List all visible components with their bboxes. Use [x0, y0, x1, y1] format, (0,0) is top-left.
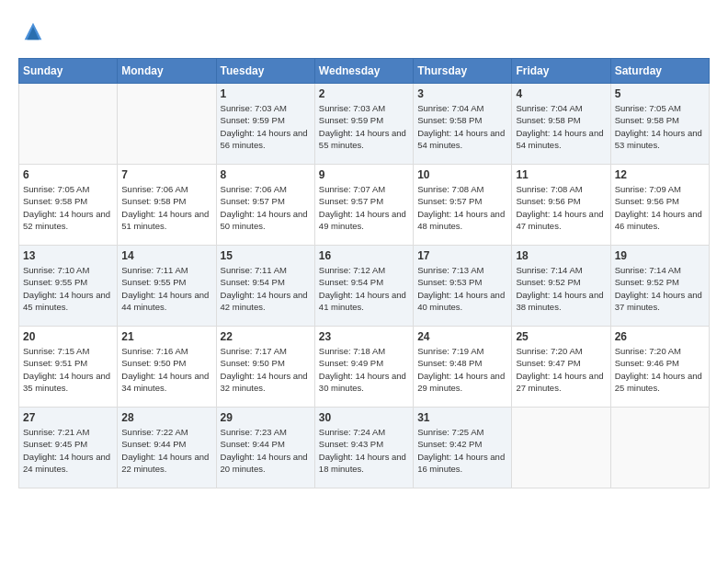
calendar-cell: 6Sunrise: 7:05 AMSunset: 9:58 PMDaylight…	[19, 165, 118, 246]
day-info: Sunrise: 7:06 AMSunset: 9:57 PMDaylight:…	[221, 183, 311, 232]
calendar-table: SundayMondayTuesdayWednesdayThursdayFrid…	[18, 58, 710, 488]
day-number: 31	[417, 411, 507, 424]
column-header-wednesday: Wednesday	[314, 59, 413, 84]
day-info: Sunrise: 7:12 AMSunset: 9:54 PMDaylight:…	[319, 264, 409, 313]
day-number: 8	[221, 168, 311, 181]
day-number: 13	[23, 249, 113, 262]
column-header-friday: Friday	[512, 59, 610, 84]
day-info: Sunrise: 7:05 AMSunset: 9:58 PMDaylight:…	[23, 183, 113, 232]
calendar-week-row: 27Sunrise: 7:21 AMSunset: 9:45 PMDayligh…	[19, 408, 710, 488]
calendar-cell: 21Sunrise: 7:16 AMSunset: 9:50 PMDayligh…	[118, 327, 216, 408]
day-info: Sunrise: 7:07 AMSunset: 9:57 PMDaylight:…	[319, 183, 409, 232]
day-info: Sunrise: 7:23 AMSunset: 9:44 PMDaylight:…	[221, 426, 311, 475]
day-info: Sunrise: 7:18 AMSunset: 9:49 PMDaylight:…	[319, 345, 409, 394]
day-info: Sunrise: 7:22 AMSunset: 9:44 PMDaylight:…	[121, 426, 211, 475]
day-number: 4	[516, 87, 606, 100]
day-info: Sunrise: 7:06 AMSunset: 9:58 PMDaylight:…	[121, 183, 211, 232]
calendar-cell: 30Sunrise: 7:24 AMSunset: 9:43 PMDayligh…	[314, 408, 413, 488]
day-info: Sunrise: 7:15 AMSunset: 9:51 PMDaylight:…	[23, 345, 113, 394]
calendar-header-row: SundayMondayTuesdayWednesdayThursdayFrid…	[19, 59, 710, 84]
calendar-cell: 9Sunrise: 7:07 AMSunset: 9:57 PMDaylight…	[314, 165, 413, 246]
day-number: 14	[121, 249, 211, 262]
column-header-monday: Monday	[118, 59, 216, 84]
calendar-cell: 28Sunrise: 7:22 AMSunset: 9:44 PMDayligh…	[118, 408, 216, 488]
calendar-cell: 1Sunrise: 7:03 AMSunset: 9:59 PMDaylight…	[216, 84, 314, 165]
column-header-sunday: Sunday	[19, 59, 118, 84]
day-info: Sunrise: 7:24 AMSunset: 9:43 PMDaylight:…	[319, 426, 409, 475]
day-info: Sunrise: 7:16 AMSunset: 9:50 PMDaylight:…	[121, 345, 211, 394]
page-header	[18, 18, 710, 49]
day-number: 28	[121, 411, 211, 424]
calendar-cell: 23Sunrise: 7:18 AMSunset: 9:49 PMDayligh…	[314, 327, 413, 408]
day-number: 20	[23, 330, 113, 343]
day-number: 17	[417, 249, 507, 262]
column-header-tuesday: Tuesday	[216, 59, 314, 84]
day-number: 7	[121, 168, 211, 181]
calendar-cell: 7Sunrise: 7:06 AMSunset: 9:58 PMDaylight…	[118, 165, 216, 246]
calendar-cell: 29Sunrise: 7:23 AMSunset: 9:44 PMDayligh…	[216, 408, 314, 488]
day-info: Sunrise: 7:09 AMSunset: 9:56 PMDaylight:…	[615, 183, 705, 232]
day-number: 12	[615, 168, 705, 181]
calendar-cell: 8Sunrise: 7:06 AMSunset: 9:57 PMDaylight…	[216, 165, 314, 246]
calendar-cell: 25Sunrise: 7:20 AMSunset: 9:47 PMDayligh…	[512, 327, 610, 408]
calendar-cell: 15Sunrise: 7:11 AMSunset: 9:54 PMDayligh…	[216, 246, 314, 327]
calendar-cell: 24Sunrise: 7:19 AMSunset: 9:48 PMDayligh…	[414, 327, 512, 408]
day-number: 1	[221, 87, 311, 100]
day-info: Sunrise: 7:20 AMSunset: 9:46 PMDaylight:…	[615, 345, 705, 394]
day-info: Sunrise: 7:03 AMSunset: 9:59 PMDaylight:…	[221, 102, 311, 151]
calendar-cell: 26Sunrise: 7:20 AMSunset: 9:46 PMDayligh…	[610, 327, 709, 408]
day-info: Sunrise: 7:25 AMSunset: 9:42 PMDaylight:…	[417, 426, 507, 475]
day-number: 26	[615, 330, 705, 343]
calendar-cell: 14Sunrise: 7:11 AMSunset: 9:55 PMDayligh…	[118, 246, 216, 327]
calendar-cell	[512, 408, 610, 488]
day-info: Sunrise: 7:05 AMSunset: 9:58 PMDaylight:…	[615, 102, 705, 151]
day-info: Sunrise: 7:14 AMSunset: 9:52 PMDaylight:…	[615, 264, 705, 313]
day-number: 11	[516, 168, 606, 181]
calendar-week-row: 6Sunrise: 7:05 AMSunset: 9:58 PMDaylight…	[19, 165, 710, 246]
day-info: Sunrise: 7:08 AMSunset: 9:57 PMDaylight:…	[417, 183, 507, 232]
calendar-cell: 2Sunrise: 7:03 AMSunset: 9:59 PMDaylight…	[314, 84, 413, 165]
day-number: 18	[516, 249, 606, 262]
day-info: Sunrise: 7:21 AMSunset: 9:45 PMDaylight:…	[23, 426, 113, 475]
calendar-cell: 13Sunrise: 7:10 AMSunset: 9:55 PMDayligh…	[19, 246, 118, 327]
day-info: Sunrise: 7:04 AMSunset: 9:58 PMDaylight:…	[417, 102, 507, 151]
day-number: 6	[23, 168, 113, 181]
calendar-cell: 5Sunrise: 7:05 AMSunset: 9:58 PMDaylight…	[610, 84, 709, 165]
calendar-cell: 31Sunrise: 7:25 AMSunset: 9:42 PMDayligh…	[414, 408, 512, 488]
day-number: 2	[319, 87, 409, 100]
column-header-saturday: Saturday	[610, 59, 709, 84]
calendar-cell: 4Sunrise: 7:04 AMSunset: 9:58 PMDaylight…	[512, 84, 610, 165]
day-info: Sunrise: 7:19 AMSunset: 9:48 PMDaylight:…	[417, 345, 507, 394]
day-number: 22	[221, 330, 311, 343]
day-info: Sunrise: 7:03 AMSunset: 9:59 PMDaylight:…	[319, 102, 409, 151]
day-number: 19	[615, 249, 705, 262]
day-number: 10	[417, 168, 507, 181]
day-info: Sunrise: 7:11 AMSunset: 9:54 PMDaylight:…	[221, 264, 311, 313]
calendar-cell: 20Sunrise: 7:15 AMSunset: 9:51 PMDayligh…	[19, 327, 118, 408]
day-number: 16	[319, 249, 409, 262]
calendar-cell: 11Sunrise: 7:08 AMSunset: 9:56 PMDayligh…	[512, 165, 610, 246]
calendar-cell: 12Sunrise: 7:09 AMSunset: 9:56 PMDayligh…	[610, 165, 709, 246]
day-info: Sunrise: 7:08 AMSunset: 9:56 PMDaylight:…	[516, 183, 606, 232]
calendar-week-row: 13Sunrise: 7:10 AMSunset: 9:55 PMDayligh…	[19, 246, 710, 327]
calendar-cell: 3Sunrise: 7:04 AMSunset: 9:58 PMDaylight…	[414, 84, 512, 165]
day-info: Sunrise: 7:20 AMSunset: 9:47 PMDaylight:…	[516, 345, 606, 394]
day-number: 15	[221, 249, 311, 262]
day-info: Sunrise: 7:10 AMSunset: 9:55 PMDaylight:…	[23, 264, 113, 313]
calendar-cell	[610, 408, 709, 488]
day-info: Sunrise: 7:04 AMSunset: 9:58 PMDaylight:…	[516, 102, 606, 151]
day-info: Sunrise: 7:14 AMSunset: 9:52 PMDaylight:…	[516, 264, 606, 313]
calendar-cell	[118, 84, 216, 165]
calendar-week-row: 20Sunrise: 7:15 AMSunset: 9:51 PMDayligh…	[19, 327, 710, 408]
day-number: 29	[221, 411, 311, 424]
calendar-cell: 16Sunrise: 7:12 AMSunset: 9:54 PMDayligh…	[314, 246, 413, 327]
day-number: 23	[319, 330, 409, 343]
day-number: 27	[23, 411, 113, 424]
day-info: Sunrise: 7:17 AMSunset: 9:50 PMDaylight:…	[221, 345, 311, 394]
day-number: 3	[417, 87, 507, 100]
calendar-week-row: 1Sunrise: 7:03 AMSunset: 9:59 PMDaylight…	[19, 84, 710, 165]
day-number: 9	[319, 168, 409, 181]
day-info: Sunrise: 7:11 AMSunset: 9:55 PMDaylight:…	[121, 264, 211, 313]
day-number: 30	[319, 411, 409, 424]
calendar-cell: 18Sunrise: 7:14 AMSunset: 9:52 PMDayligh…	[512, 246, 610, 327]
